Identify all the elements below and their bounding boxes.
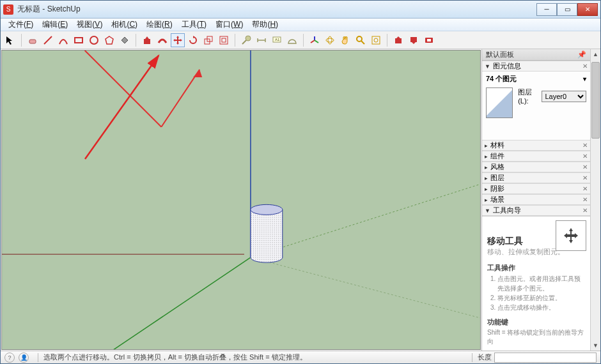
- svg-rect-18: [410, 37, 417, 42]
- entity-count-label: 74 个图元: [486, 74, 517, 84]
- rotate-tool[interactable]: [186, 33, 200, 47]
- menu-window[interactable]: 窗口(W): [212, 18, 247, 31]
- expand-icon: ▼: [485, 63, 490, 70]
- orbit-tool[interactable]: [323, 33, 337, 47]
- measurement-label: 长度: [478, 353, 492, 362]
- instructor-fn-text: Shift = 将移动锁定到当前的推导方向: [487, 328, 585, 346]
- zoom-tool[interactable]: [354, 33, 368, 47]
- tray-title: 默认面板: [486, 50, 514, 59]
- panel-layers-header[interactable]: ▸图层✕: [482, 172, 590, 183]
- dimension-tool[interactable]: [254, 33, 269, 47]
- polygon-tool[interactable]: [102, 33, 116, 47]
- menu-view[interactable]: 视图(V): [73, 18, 106, 31]
- svg-marker-3: [105, 36, 113, 44]
- status-icon-2[interactable]: 👤: [19, 353, 29, 363]
- svg-point-16: [374, 38, 378, 42]
- zoom-extents-tool[interactable]: [369, 33, 383, 47]
- panel-scenes-header[interactable]: ▸场景✕: [482, 194, 590, 205]
- arc-tool[interactable]: [56, 33, 70, 47]
- svg-rect-4: [144, 39, 150, 44]
- axes-tool[interactable]: [308, 33, 322, 47]
- circle-tool[interactable]: [87, 33, 101, 47]
- close-button[interactable]: ✕: [577, 3, 598, 16]
- extension-tool[interactable]: [422, 33, 436, 47]
- followme-tool[interactable]: [155, 33, 169, 47]
- panel-entity-info-title: 图元信息: [493, 61, 582, 71]
- main-toolbar: A1: [1, 31, 600, 49]
- scene-svg: [2, 50, 480, 350]
- svg-point-13: [328, 36, 332, 44]
- tray-scrollbar[interactable]: ▲ ▼: [590, 49, 600, 351]
- panel-styles-header[interactable]: ▸风格✕: [482, 162, 590, 172]
- panel-instructor-header[interactable]: ▼工具向导✕: [482, 205, 590, 216]
- panel-entity-info-header[interactable]: ▼ 图元信息 ✕: [482, 61, 590, 72]
- svg-rect-17: [395, 38, 402, 43]
- expand-details-icon[interactable]: ▾: [583, 75, 586, 82]
- svg-rect-0: [29, 40, 36, 43]
- eraser-tool[interactable]: [26, 33, 40, 47]
- svg-point-12: [326, 38, 334, 42]
- instructor-ops-list: 点击图元。或者用选择工具预先选择多个图元。 将光标移至新的位置。 点击完成移动操…: [487, 274, 585, 312]
- svg-point-31: [251, 204, 283, 215]
- select-tool[interactable]: [3, 33, 17, 47]
- svg-marker-21: [2, 50, 480, 350]
- instructor-panel: 移动工具 移动、拉伸或复制图元。 工具操作 点击图元。或者用选择工具预先选择多个…: [482, 216, 590, 351]
- minimize-button[interactable]: ─: [536, 3, 557, 16]
- svg-point-2: [90, 36, 98, 44]
- svg-rect-1: [75, 38, 82, 43]
- maximize-button[interactable]: ▭: [557, 3, 577, 16]
- get-models-tool[interactable]: [391, 33, 405, 47]
- scale-tool[interactable]: [201, 33, 215, 47]
- move-tool[interactable]: [171, 33, 185, 47]
- svg-rect-20: [427, 39, 431, 42]
- status-icon-1[interactable]: ?: [4, 353, 15, 363]
- svg-rect-8: [222, 38, 226, 42]
- app-icon: S: [3, 4, 13, 15]
- menu-camera[interactable]: 相机(C): [107, 18, 141, 31]
- menu-file[interactable]: 文件(F): [4, 18, 37, 31]
- instructor-ops-title: 工具操作: [487, 263, 585, 273]
- instructor-fn-title: 功能键: [487, 317, 585, 327]
- tray-header[interactable]: 默认面板 📌: [482, 49, 590, 61]
- svg-point-9: [246, 36, 251, 41]
- offset-tool[interactable]: [217, 33, 231, 47]
- line-tool[interactable]: [41, 33, 55, 47]
- text-tool[interactable]: A1: [270, 33, 284, 47]
- share-model-tool[interactable]: [407, 33, 421, 47]
- svg-rect-30: [251, 209, 283, 257]
- status-bar: ? 👤 选取两个点进行移动。Ctrl = 切换拷贝，Alt = 切换自动折叠，按…: [1, 351, 600, 363]
- measurement-input[interactable]: [494, 353, 597, 363]
- workspace: 默认面板 📌 ▼ 图元信息 ✕ 74 个图元 ▾: [1, 49, 600, 351]
- scroll-thumb[interactable]: [591, 62, 600, 139]
- application-window: S 无标题 - SketchUp ─ ▭ ✕ 文件(F) 编辑(E) 视图(V)…: [0, 0, 601, 364]
- pan-tool[interactable]: [338, 33, 352, 47]
- tool-preview-box: [556, 220, 586, 251]
- tray-pin-icon[interactable]: 📌: [577, 50, 586, 59]
- menu-draw[interactable]: 绘图(R): [143, 18, 176, 31]
- svg-rect-15: [372, 36, 380, 44]
- menu-tools[interactable]: 工具(T): [178, 18, 210, 31]
- pushpull-tool[interactable]: [140, 33, 154, 47]
- panel-close-icon[interactable]: ✕: [582, 63, 588, 70]
- rectangle-tool[interactable]: [72, 33, 86, 47]
- paint-bucket-tool[interactable]: [118, 33, 132, 47]
- layer-select[interactable]: Layer0: [542, 91, 586, 102]
- entity-info-panel: 74 个图元 ▾ 图层(L): Layer0: [482, 72, 590, 140]
- menu-edit[interactable]: 编辑(E): [38, 18, 72, 31]
- menu-bar: 文件(F) 编辑(E) 视图(V) 相机(C) 绘图(R) 工具(T) 窗口(W…: [1, 19, 600, 31]
- menu-help[interactable]: 帮助(H): [248, 18, 282, 31]
- scroll-up-icon[interactable]: ▲: [591, 49, 600, 59]
- material-swatch[interactable]: [486, 87, 513, 118]
- protractor-tool[interactable]: [285, 33, 299, 47]
- tape-measure-tool[interactable]: [239, 33, 253, 47]
- panel-shadows-header[interactable]: ▸阴影✕: [482, 183, 590, 194]
- title-bar[interactable]: S 无标题 - SketchUp ─ ▭ ✕: [1, 1, 600, 19]
- svg-rect-7: [220, 36, 228, 44]
- viewport-3d[interactable]: [1, 50, 481, 350]
- layer-label: 图层(L):: [518, 87, 539, 105]
- window-title: 无标题 - SketchUp: [17, 4, 536, 15]
- panel-materials-header[interactable]: ▸材料✕: [482, 140, 590, 151]
- status-hint: 选取两个点进行移动。Ctrl = 切换拷贝，Alt = 切换自动折叠，按住 Sh…: [43, 353, 307, 362]
- scroll-down-icon[interactable]: ▼: [591, 340, 600, 351]
- panel-components-header[interactable]: ▸组件✕: [482, 151, 590, 162]
